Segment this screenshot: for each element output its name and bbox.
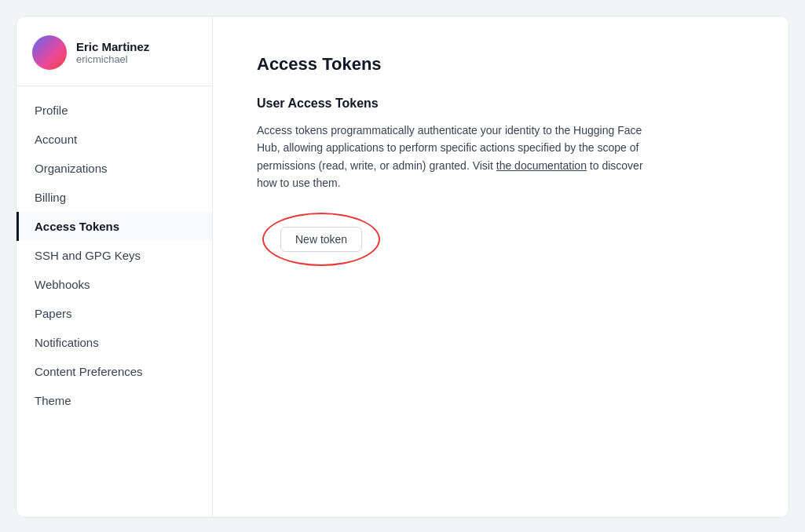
user-handle: ericmichael (76, 53, 149, 65)
sidebar-item-access-tokens[interactable]: Access Tokens (16, 212, 212, 241)
page-title: Access Tokens (257, 54, 745, 75)
sidebar-item-billing[interactable]: Billing (16, 183, 212, 212)
settings-container: Eric Martinez ericmichael Profile Accoun… (16, 16, 789, 518)
main-content: Access Tokens User Access Tokens Access … (213, 16, 789, 517)
sidebar-item-ssh-gpg-keys[interactable]: SSH and GPG Keys (16, 241, 212, 270)
sidebar-item-profile[interactable]: Profile (16, 96, 212, 125)
sidebar-item-theme[interactable]: Theme (16, 386, 212, 415)
sidebar-nav: Profile Account Organizations Billing Ac… (16, 96, 212, 415)
user-profile: Eric Martinez ericmichael (16, 35, 212, 86)
sidebar-item-webhooks[interactable]: Webhooks (16, 270, 212, 299)
description: Access tokens programmatically authentic… (257, 122, 665, 192)
user-name: Eric Martinez (76, 40, 149, 53)
sidebar-item-papers[interactable]: Papers (16, 299, 212, 328)
section-title: User Access Tokens (257, 97, 745, 111)
sidebar-item-account[interactable]: Account (16, 125, 212, 154)
sidebar-item-notifications[interactable]: Notifications (16, 328, 212, 357)
new-token-button[interactable]: New token (280, 227, 362, 252)
sidebar-item-content-preferences[interactable]: Content Preferences (16, 357, 212, 386)
documentation-link[interactable]: the documentation (496, 159, 587, 172)
sidebar: Eric Martinez ericmichael Profile Accoun… (16, 16, 213, 517)
avatar (32, 35, 67, 70)
sidebar-item-organizations[interactable]: Organizations (16, 154, 212, 183)
user-info: Eric Martinez ericmichael (76, 40, 149, 65)
new-token-button-area: New token (257, 211, 386, 268)
